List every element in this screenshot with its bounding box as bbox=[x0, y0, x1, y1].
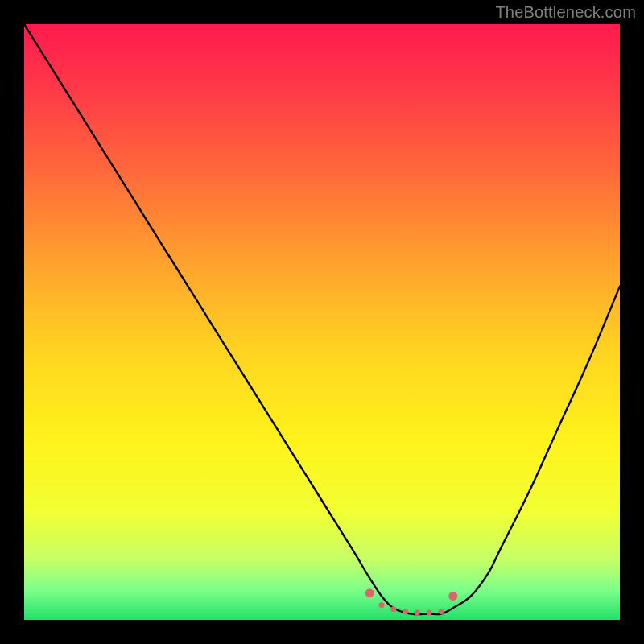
chart-plot-area bbox=[24, 24, 620, 620]
highlight-marker bbox=[415, 610, 420, 616]
bottleneck-curve bbox=[24, 24, 620, 614]
highlight-marker bbox=[427, 610, 432, 616]
highlight-marker bbox=[439, 609, 444, 614]
highlight-marker bbox=[402, 609, 408, 614]
chart-curve-layer bbox=[24, 24, 620, 620]
attribution-text: TheBottleneck.com bbox=[495, 3, 636, 22]
highlight-marker bbox=[448, 592, 457, 601]
highlight-marker bbox=[379, 602, 385, 608]
highlight-marker bbox=[390, 606, 396, 612]
highlight-marker bbox=[365, 588, 374, 597]
